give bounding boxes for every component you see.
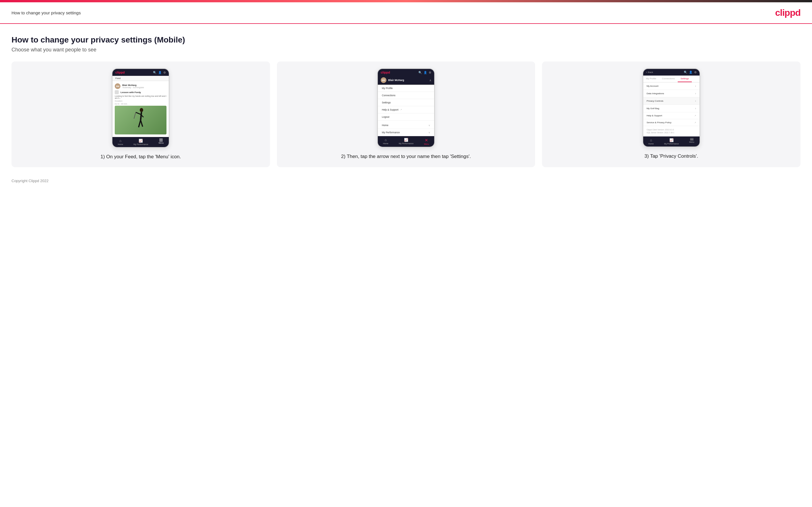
version-info: Clippd Client Version: 2022.8.3-3 GQL Se… [643, 126, 700, 136]
settings-item-golf-bag[interactable]: My Golf Bag › [643, 105, 700, 112]
copyright-text: Copyright Clippd 2022 [11, 179, 49, 183]
home-chevron-icon: ∨ [428, 124, 430, 127]
settings-icon-3: ⚙ [694, 71, 697, 74]
svg-point-0 [140, 108, 143, 112]
phone-nav-1: clippd 🔍 👤 ⚙ [112, 69, 169, 76]
phone-logo-1: clippd [115, 71, 124, 74]
footer: Copyright Clippd 2022 [0, 173, 812, 189]
settings-item-service[interactable]: Service & Privacy Policy ↗ [643, 119, 700, 126]
data-integrations-chevron-icon: › [695, 92, 696, 95]
post-name: Blair McHarg [122, 84, 144, 87]
menu-label-2: Menu [424, 143, 429, 145]
menu-label-3: Menu [689, 141, 695, 143]
nav-home: ⌂ Home [117, 139, 123, 145]
tab-settings[interactable]: Settings [678, 75, 692, 82]
search-icon: 🔍 [153, 71, 156, 74]
step-1-description: 1) On your Feed, tap the 'Menu' icon. [101, 153, 181, 160]
service-privacy-label: Service & Privacy Policy [647, 121, 671, 124]
help-external-icon: ↗ [695, 115, 696, 117]
nav-menu[interactable]: Menu [159, 139, 164, 145]
phone-post-1: BM Blair McHarg Yesterday · Sunningdale … [112, 81, 169, 137]
data-integrations-label: Data Integrations [647, 92, 664, 95]
page-heading: How to change your privacy settings (Mob… [11, 35, 801, 45]
chevron-up-icon: ∧ [429, 79, 431, 82]
steps-row: clippd 🔍 👤 ⚙ Feed BM Blair McHarg [11, 61, 801, 167]
user-name-text: Blair McHarg [388, 79, 404, 81]
menu-section: Home ∨ My Performance ∨ [378, 122, 434, 136]
performance-label-2: My Performance [399, 143, 413, 145]
phone-mockup-2: clippd 🔍 👤 ⚙ BM Blair McHarg ∧ [377, 68, 435, 147]
menu-section-home[interactable]: Home ∨ [378, 122, 434, 129]
phone-bottom-nav-2: ⌂ Home 📈 My Performance ✕ Menu [378, 136, 434, 147]
nav-menu-2[interactable]: ✕ Menu [424, 138, 429, 145]
tab-connections[interactable]: Connections [659, 75, 677, 82]
header: How to change your privacy settings clip… [0, 2, 812, 24]
menu-section-performance[interactable]: My Performance ∨ [378, 129, 434, 136]
post-title: Lesson with Fordy [120, 91, 141, 94]
step-card-2: clippd 🔍 👤 ⚙ BM Blair McHarg ∧ [277, 61, 536, 167]
top-accent-bar [0, 0, 812, 2]
settings-item-data-integrations[interactable]: Data Integrations › [643, 90, 700, 97]
tab-myprofile[interactable]: My Profile [643, 75, 659, 82]
menu-item-logout[interactable]: Logout [378, 113, 434, 121]
help-support-label: Help & Support [647, 114, 662, 117]
step-card-1: clippd 🔍 👤 ⚙ Feed BM Blair McHarg [11, 61, 270, 167]
post-header: BM Blair McHarg Yesterday · Sunningdale [115, 83, 166, 89]
logo: clippd [775, 7, 801, 18]
home-label-3: Home [648, 143, 654, 145]
phone-user-header: clippd 🔍 👤 ⚙ [378, 69, 434, 76]
home-label-2: Home [383, 143, 389, 145]
privacy-chevron-icon: › [695, 99, 696, 103]
svg-line-2 [136, 112, 141, 114]
nav-home-2: ⌂ Home [383, 138, 389, 145]
menu-items-list: My Profile Connections Settings Help & S… [378, 85, 434, 121]
svg-line-6 [134, 112, 136, 119]
menu-item-connections[interactable]: Connections [378, 92, 434, 99]
phone-back-header: < Back 🔍 👤 ⚙ [643, 69, 700, 75]
step-2-description: 2) Then, tap the arrow next to your name… [341, 153, 471, 160]
header-title: How to change your privacy settings [11, 10, 81, 15]
menu-item-myprofile[interactable]: My Profile [378, 85, 434, 92]
menu-item-settings[interactable]: Settings [378, 99, 434, 106]
nav-performance-3: 📈 My Performance [664, 138, 679, 145]
phone-logo-2: clippd [381, 71, 390, 74]
home-icon-2: ⌂ [385, 138, 387, 142]
avatar: BM [115, 83, 120, 89]
nav-menu-3[interactable]: Menu [689, 138, 695, 145]
nav-performance-2: 📈 My Performance [399, 138, 413, 145]
svg-line-4 [139, 120, 141, 127]
phone-mockup-3: < Back 🔍 👤 ⚙ My Profile Connections Sett… [643, 68, 700, 147]
user-name-display: BM Blair McHarg [381, 77, 404, 83]
golfer-silhouette [134, 107, 148, 133]
search-icon-2: 🔍 [418, 71, 422, 74]
home-icon-3: ⌂ [650, 138, 652, 142]
post-image [115, 106, 166, 134]
post-user-info: Blair McHarg Yesterday · Sunningdale [122, 84, 144, 89]
post-duration-label: Duration [115, 100, 166, 102]
menu-item-help[interactable]: Help & Support [378, 106, 434, 113]
svg-line-1 [141, 112, 142, 120]
nav-performance: 📈 My Performance [134, 139, 148, 145]
performance-label: My Performance [134, 143, 148, 145]
user-icon: 👤 [158, 71, 162, 74]
back-button[interactable]: < Back [646, 71, 653, 73]
settings-item-privacy[interactable]: Privacy Controls › [643, 97, 700, 105]
performance-chevron-icon: ∨ [428, 131, 430, 134]
client-version: Clippd Client Version: 2022.8.3-3 [647, 128, 696, 131]
menu-icon [159, 139, 163, 141]
menu-icon-3 [690, 138, 694, 141]
service-external-icon: ↗ [695, 121, 696, 124]
post-icon-row: Lesson with Fordy [115, 90, 166, 94]
performance-section-label: My Performance [382, 131, 400, 134]
home-label: Home [117, 143, 123, 145]
home-section-label: Home [382, 124, 389, 127]
settings-item-help[interactable]: Help & Support ↗ [643, 112, 700, 119]
performance-label-3: My Performance [664, 143, 679, 145]
menu-label: Menu [159, 142, 164, 144]
settings-item-myaccount[interactable]: My Account › [643, 82, 700, 90]
step-3-description: 3) Tap 'Privacy Controls'. [644, 153, 698, 160]
main-content: How to change your privacy settings (Mob… [0, 24, 812, 173]
post-date: Yesterday · Sunningdale [122, 87, 144, 89]
post-duration-value: 01 hr : 30 min [115, 103, 166, 105]
settings-icon: ⚙ [163, 71, 166, 74]
